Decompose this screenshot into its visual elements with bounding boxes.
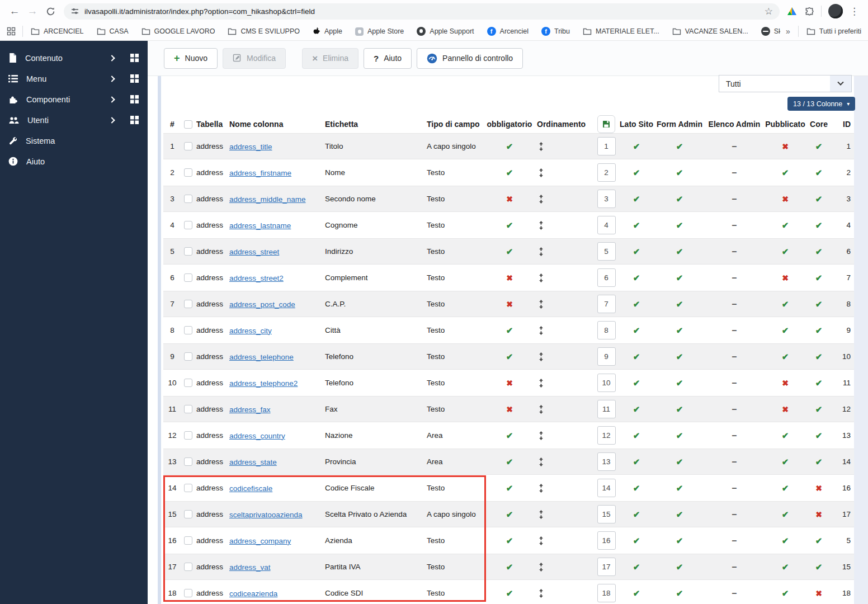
check-icon[interactable]: ✔ (633, 509, 640, 520)
ordering-input[interactable]: 13 (597, 452, 616, 471)
check-icon[interactable]: ✔ (815, 325, 823, 336)
check-icon[interactable]: ✔ (676, 194, 683, 204)
bookmark-item[interactable]: Apple Store (355, 27, 404, 36)
browser-menu-icon[interactable]: ⋮ (850, 6, 859, 17)
check-icon[interactable]: ✔ (815, 273, 823, 283)
ordering-input[interactable]: 2 (597, 163, 616, 182)
site-settings-icon[interactable] (70, 7, 79, 16)
check-icon[interactable]: ✔ (815, 141, 823, 152)
check-icon[interactable]: ✔ (676, 141, 683, 152)
check-icon[interactable]: ✔ (633, 325, 640, 336)
col-header-published[interactable]: Pubblicato (763, 120, 808, 129)
sidebar-item-utenti[interactable]: Utenti (0, 110, 148, 130)
modifica-button[interactable]: Modifica (223, 48, 286, 69)
cross-icon[interactable]: ✖ (782, 379, 789, 388)
sidebar-item-componenti[interactable]: Componenti (0, 89, 148, 110)
column-name-link[interactable]: codiceazienda (229, 589, 277, 598)
check-icon[interactable]: ✔ (676, 431, 683, 441)
check-icon[interactable]: ✔ (506, 141, 513, 152)
bookmark-item[interactable]: fTribu (541, 27, 570, 36)
filter-select-tutti[interactable]: Tutti (719, 75, 852, 92)
ordering-input[interactable]: 17 (597, 558, 616, 576)
check-icon[interactable]: ✔ (633, 194, 640, 204)
column-name-link[interactable]: codicefiscale (229, 484, 272, 493)
check-icon[interactable]: ✔ (676, 168, 683, 178)
ordering-handle-icon[interactable] (538, 142, 544, 151)
check-icon[interactable]: ✔ (676, 299, 683, 309)
check-icon[interactable]: ✔ (506, 457, 513, 467)
ordering-handle-icon[interactable] (538, 221, 544, 230)
check-icon[interactable]: ✔ (633, 588, 640, 598)
col-header-list-admin[interactable]: Elenco Admin (706, 120, 763, 129)
check-icon[interactable]: ✔ (506, 325, 513, 336)
bookmark-item[interactable]: CASA (97, 27, 129, 35)
ordering-handle-icon[interactable] (538, 273, 544, 282)
ordering-handle-icon[interactable] (538, 247, 544, 256)
cross-icon[interactable]: ✖ (782, 273, 789, 282)
cross-icon[interactable]: ✖ (782, 142, 789, 151)
col-header-num[interactable]: # (163, 120, 181, 129)
all-bookmarks-button[interactable]: Tutti i preferiti (806, 27, 861, 35)
column-name-link[interactable]: address_title (229, 143, 272, 151)
col-header-form-admin[interactable]: Form Admin (653, 120, 706, 129)
check-icon[interactable]: ✔ (782, 325, 789, 336)
check-icon[interactable]: ✔ (633, 220, 640, 230)
apps-grid-icon[interactable] (7, 27, 16, 36)
row-checkbox[interactable] (184, 379, 192, 387)
cross-icon[interactable]: ✖ (815, 589, 822, 598)
col-header-front[interactable]: Lato Sito (620, 120, 653, 129)
columns-count-badge[interactable]: 13 / 13 Colonne ▾ (787, 97, 855, 111)
ordering-input[interactable]: 15 (597, 505, 616, 523)
column-name-link[interactable]: address_firstname (229, 169, 291, 177)
check-icon[interactable]: ✔ (815, 220, 823, 230)
row-checkbox[interactable] (184, 300, 192, 308)
ordering-input[interactable]: 7 (597, 295, 616, 313)
nuovo-button[interactable]: +Nuovo (164, 48, 218, 69)
column-name-link[interactable]: address_vat (229, 563, 271, 572)
check-icon[interactable]: ✔ (815, 536, 823, 546)
check-icon[interactable]: ✔ (782, 509, 789, 520)
check-icon[interactable]: ✔ (506, 588, 513, 598)
check-icon[interactable]: ✔ (782, 431, 789, 441)
ordering-handle-icon[interactable] (538, 484, 544, 493)
col-header-ordering[interactable]: Ordinamento (535, 120, 593, 129)
ordering-input[interactable]: 5 (597, 242, 616, 261)
check-icon[interactable]: ✔ (676, 562, 683, 572)
cross-icon[interactable]: ✖ (506, 300, 513, 309)
extensions-icon[interactable] (804, 6, 814, 16)
sidebar-item-sistema[interactable]: Sistema (0, 130, 148, 151)
bookmarks-overflow-icon[interactable]: » (786, 27, 790, 36)
bookmark-item[interactable]: Skype (761, 27, 780, 36)
check-icon[interactable]: ✔ (676, 509, 683, 520)
column-name-link[interactable]: address_street2 (229, 274, 284, 282)
column-name-link[interactable]: address_telephone2 (229, 379, 298, 388)
check-icon[interactable]: ✔ (815, 457, 823, 467)
cross-icon[interactable]: ✖ (506, 273, 513, 282)
cross-icon[interactable]: ✖ (506, 195, 513, 204)
column-name-link[interactable]: address_street (229, 248, 279, 256)
col-header-column[interactable]: Nome colonna (228, 120, 323, 129)
cross-icon[interactable]: ✖ (506, 405, 513, 414)
check-icon[interactable]: ✔ (782, 536, 789, 546)
col-header-id[interactable]: ID (830, 120, 854, 129)
check-icon[interactable]: ✔ (676, 457, 683, 467)
row-checkbox[interactable] (184, 352, 192, 361)
check-icon[interactable]: ✔ (815, 378, 823, 388)
check-icon[interactable]: ✔ (633, 299, 640, 309)
sidebar-item-aiuto[interactable]: Aiuto (0, 151, 148, 172)
sidebar-item-menu[interactable]: Menu (0, 68, 148, 89)
ordering-handle-icon[interactable] (538, 510, 544, 519)
check-icon[interactable]: ✔ (782, 352, 789, 362)
check-icon[interactable]: ✔ (676, 378, 683, 388)
ordering-handle-icon[interactable] (538, 379, 544, 388)
check-icon[interactable]: ✔ (815, 299, 823, 309)
check-icon[interactable]: ✔ (782, 457, 789, 467)
ordering-handle-icon[interactable] (538, 352, 544, 361)
row-checkbox[interactable] (184, 457, 192, 466)
ordering-input[interactable]: 18 (597, 584, 616, 602)
row-checkbox[interactable] (184, 168, 192, 177)
bookmark-item[interactable]: fArcenciel (487, 27, 529, 36)
check-icon[interactable]: ✔ (676, 325, 683, 336)
ordering-handle-icon[interactable] (538, 300, 544, 309)
address-bar[interactable]: ilvasapolli.it/administrator/index.php?o… (64, 3, 780, 20)
